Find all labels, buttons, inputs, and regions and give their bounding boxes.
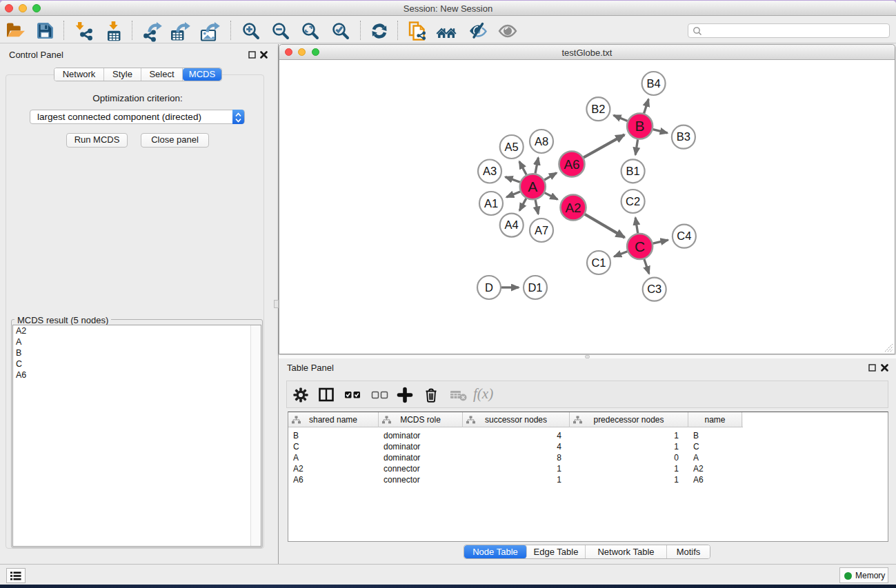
svg-text:D1: D1 [528, 281, 542, 293]
svg-text:A1: A1 [484, 196, 498, 209]
svg-text:B4: B4 [647, 77, 661, 89]
svg-text:A5: A5 [505, 140, 519, 152]
svg-text:C1: C1 [591, 256, 606, 268]
svg-text:D: D [485, 281, 493, 293]
svg-text:A8: A8 [535, 134, 548, 147]
svg-text:C4: C4 [677, 230, 691, 242]
svg-text:C3: C3 [647, 283, 661, 295]
svg-text:B: B [635, 118, 645, 134]
svg-text:A6: A6 [564, 157, 579, 172]
svg-text:A2: A2 [565, 201, 581, 215]
svg-text:A3: A3 [483, 165, 497, 177]
svg-text:B2: B2 [591, 102, 605, 114]
svg-text:B3: B3 [677, 130, 690, 143]
svg-text:A4: A4 [505, 219, 519, 231]
svg-text:C2: C2 [626, 194, 640, 207]
svg-text:B1: B1 [626, 164, 640, 176]
svg-text:A7: A7 [535, 223, 548, 236]
svg-text:C: C [635, 238, 645, 254]
svg-text:A: A [528, 178, 537, 194]
